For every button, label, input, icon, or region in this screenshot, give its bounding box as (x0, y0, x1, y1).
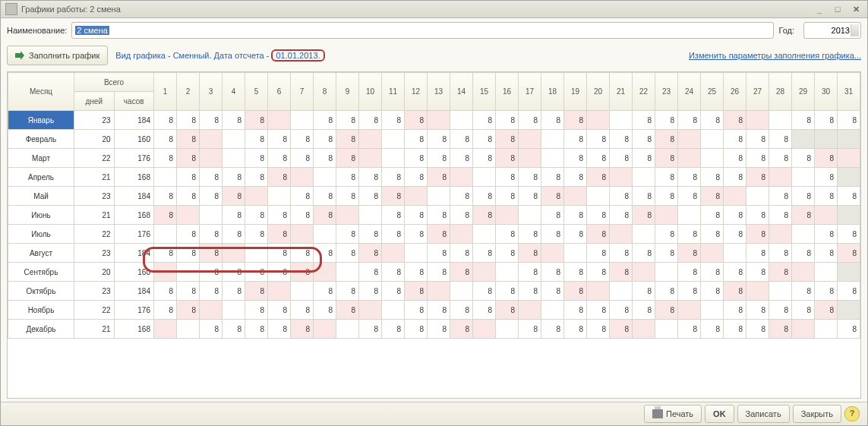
day-cell[interactable] (496, 206, 519, 225)
day-cell[interactable] (610, 111, 633, 130)
day-cell[interactable] (314, 225, 336, 244)
day-cell[interactable] (154, 320, 177, 339)
day-cell[interactable]: 8 (473, 187, 496, 206)
day-cell[interactable] (519, 130, 541, 149)
day-cell[interactable]: 8 (815, 282, 838, 301)
day-cell[interactable]: 8 (838, 225, 860, 244)
day-cell[interactable] (564, 187, 587, 206)
day-cell[interactable]: 8 (496, 187, 519, 206)
day-cell[interactable]: 8 (336, 168, 359, 187)
day-cell[interactable]: 8 (291, 149, 314, 168)
day-cell[interactable] (610, 168, 633, 187)
day-cell[interactable]: 8 (587, 130, 610, 149)
day-cell[interactable]: 8 (268, 244, 291, 263)
day-cell[interactable]: 8 (724, 301, 746, 320)
day-cell[interactable]: 8 (473, 130, 496, 149)
table-row[interactable]: Май2318488888888888888888888888 (8, 187, 860, 206)
maximize-button[interactable]: □ (831, 4, 844, 14)
day-cell[interactable]: 8 (154, 187, 177, 206)
day-cell[interactable]: 8 (177, 225, 200, 244)
day-cell[interactable]: 8 (405, 149, 428, 168)
day-cell[interactable] (792, 168, 815, 187)
day-cell[interactable] (268, 187, 291, 206)
day-cell[interactable]: 8 (291, 187, 314, 206)
day-cell[interactable] (838, 130, 860, 149)
day-cell[interactable] (633, 263, 655, 282)
day-cell[interactable] (746, 187, 769, 206)
day-cell[interactable]: 8 (587, 225, 610, 244)
day-cell[interactable]: 8 (701, 206, 724, 225)
day-cell[interactable] (473, 225, 496, 244)
name-input[interactable]: 2 смена (71, 22, 774, 39)
day-cell[interactable]: 8 (200, 282, 223, 301)
day-cell[interactable]: 8 (633, 206, 655, 225)
day-cell[interactable] (314, 168, 336, 187)
day-cell[interactable]: 8 (701, 168, 724, 187)
day-cell[interactable]: 8 (792, 187, 815, 206)
table-row[interactable]: Январь2318488888888888888888888888 (8, 111, 860, 130)
day-cell[interactable]: 8 (336, 244, 359, 263)
day-cell[interactable] (678, 206, 701, 225)
day-cell[interactable] (838, 263, 860, 282)
day-cell[interactable]: 8 (382, 282, 405, 301)
day-cell[interactable]: 8 (746, 130, 769, 149)
day-cell[interactable] (746, 282, 769, 301)
day-cell[interactable]: 8 (268, 149, 291, 168)
day-cell[interactable] (291, 111, 314, 130)
day-cell[interactable] (769, 168, 792, 187)
day-cell[interactable]: 8 (724, 282, 746, 301)
day-cell[interactable] (610, 282, 633, 301)
day-cell[interactable]: 8 (519, 244, 541, 263)
day-cell[interactable] (291, 225, 314, 244)
day-cell[interactable] (746, 111, 769, 130)
fill-schedule-button[interactable]: Заполнить график (7, 46, 108, 65)
day-cell[interactable]: 8 (610, 320, 633, 339)
day-cell[interactable]: 8 (245, 301, 268, 320)
day-cell[interactable] (450, 225, 473, 244)
day-cell[interactable]: 8 (336, 111, 359, 130)
day-cell[interactable]: 8 (382, 263, 405, 282)
day-cell[interactable] (268, 282, 291, 301)
day-cell[interactable]: 8 (496, 282, 519, 301)
day-cell[interactable]: 8 (268, 263, 291, 282)
day-cell[interactable]: 8 (701, 187, 724, 206)
day-cell[interactable] (223, 130, 245, 149)
day-cell[interactable] (838, 301, 860, 320)
table-row[interactable]: Февраль2016088888888888888888888 (8, 130, 860, 149)
day-cell[interactable]: 8 (838, 320, 860, 339)
day-cell[interactable] (792, 130, 815, 149)
day-cell[interactable] (177, 206, 200, 225)
day-cell[interactable]: 8 (678, 282, 701, 301)
day-cell[interactable]: 8 (792, 111, 815, 130)
day-cell[interactable]: 8 (314, 130, 336, 149)
day-cell[interactable] (200, 206, 223, 225)
table-row[interactable]: Август2318488888888888888888888888 (8, 244, 860, 263)
day-cell[interactable]: 8 (268, 320, 291, 339)
day-cell[interactable] (792, 320, 815, 339)
day-cell[interactable] (587, 187, 610, 206)
day-cell[interactable] (359, 130, 382, 149)
day-cell[interactable]: 8 (428, 149, 450, 168)
day-cell[interactable]: 8 (405, 320, 428, 339)
day-cell[interactable] (473, 320, 496, 339)
day-cell[interactable] (541, 301, 564, 320)
day-cell[interactable]: 8 (177, 301, 200, 320)
day-cell[interactable]: 8 (541, 187, 564, 206)
day-cell[interactable]: 8 (769, 206, 792, 225)
day-cell[interactable]: 8 (564, 130, 587, 149)
day-cell[interactable] (769, 282, 792, 301)
day-cell[interactable]: 8 (428, 244, 450, 263)
day-cell[interactable]: 8 (610, 244, 633, 263)
day-cell[interactable]: 8 (359, 187, 382, 206)
day-cell[interactable]: 8 (154, 244, 177, 263)
day-cell[interactable]: 8 (405, 130, 428, 149)
day-cell[interactable] (223, 149, 245, 168)
day-cell[interactable]: 8 (359, 320, 382, 339)
day-cell[interactable]: 8 (564, 225, 587, 244)
day-cell[interactable]: 8 (678, 244, 701, 263)
day-cell[interactable]: 8 (336, 225, 359, 244)
day-cell[interactable]: 8 (314, 282, 336, 301)
day-cell[interactable] (268, 111, 291, 130)
day-cell[interactable]: 8 (701, 225, 724, 244)
day-cell[interactable] (838, 149, 860, 168)
